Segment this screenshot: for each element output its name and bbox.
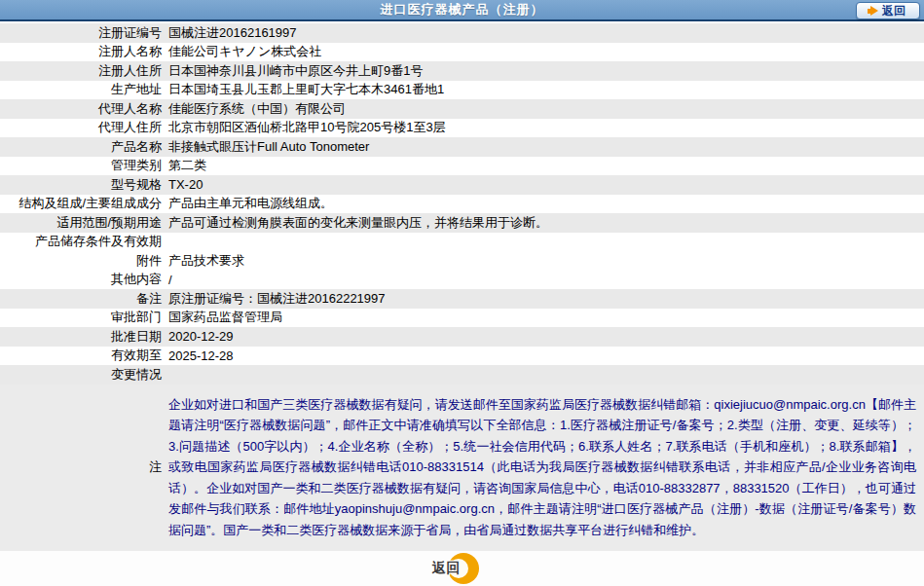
field-label: 结构及组成/主要组成成分 [0, 195, 162, 212]
field-label: 批准日期 [0, 328, 162, 346]
field-value: 2020-12-29 [162, 329, 234, 344]
table-row: 注册人名称佳能公司キヤノン株式会社 [0, 43, 924, 62]
table-row: 备注原注册证编号：国械注进20162221997 [0, 289, 924, 309]
field-value: 佳能公司キヤノン株式会社 [162, 43, 321, 60]
table-row: 生产地址日本国埼玉县儿玉郡上里町大字七本木3461番地1 [0, 81, 924, 100]
field-label: 变更情况 [0, 366, 162, 384]
table-row: 注册证编号国械注进20162161997 [0, 23, 924, 43]
field-label: 管理类别 [0, 157, 162, 174]
table-row: 结构及组成/主要组成成分产品由主单元和电源线组成。 [0, 195, 924, 214]
table-row: 附件产品技术要求 [0, 251, 924, 271]
field-label: 型号规格 [0, 176, 162, 194]
field-value: 产品由主单元和电源线组成。 [162, 195, 333, 212]
field-value: 国械注进20162161997 [162, 24, 297, 42]
field-label: 适用范围/预期用途 [0, 214, 162, 232]
field-label: 注册人名称 [0, 43, 162, 60]
table-row: 审批部门国家药品监督管理局 [0, 309, 924, 328]
page-header: 进口医疗器械产品（注册） 返回 [0, 0, 924, 21]
table-row: 管理类别第二类 [0, 157, 924, 176]
page-footer: 返回 [0, 551, 924, 586]
back-button-top[interactable]: 返回 [856, 2, 920, 19]
field-value: 产品可通过检测角膜表面的变化来测量眼内压，并将结果用于诊断。 [162, 214, 548, 232]
field-value: 国家药品监督管理局 [162, 309, 282, 326]
table-row: 产品名称非接触式眼压计Full Auto Tonometer [0, 137, 924, 157]
field-value: 佳能医疗系统（中国）有限公司 [162, 100, 346, 118]
field-value: 日本国埼玉县儿玉郡上里町大字七本木3461番地1 [162, 81, 444, 98]
note-text: 企业如对进口和国产三类医疗器械数据有疑问，请发送邮件至国家药监局医疗器械数据纠错… [162, 388, 924, 547]
field-label: 代理人名称 [0, 100, 162, 118]
table-row: 有效期至2025-12-28 [0, 347, 924, 366]
table-row: 型号规格TX-20 [0, 175, 924, 195]
field-label: 产品储存条件及有效期 [0, 233, 162, 250]
field-label: 注册证编号 [0, 24, 162, 42]
field-label: 审批部门 [0, 309, 162, 326]
table-row: 变更情况 [0, 365, 924, 385]
field-value: 2025-12-28 [162, 348, 234, 363]
field-label: 注册人住所 [0, 62, 162, 80]
field-value: 日本国神奈川县川崎市中原区今井上町9番1号 [162, 62, 423, 80]
detail-table: 注册证编号国械注进20162161997注册人名称佳能公司キヤノン株式会社注册人… [0, 23, 924, 385]
field-label: 生产地址 [0, 81, 162, 98]
field-label: 附件 [0, 252, 162, 270]
back-button-label: 返回 [432, 560, 462, 577]
field-label: 有效期至 [0, 347, 162, 364]
field-value: 原注册证编号：国械注进20162221997 [162, 290, 386, 308]
table-row: 代理人名称佳能医疗系统（中国）有限公司 [0, 99, 924, 119]
right-arrow-icon [870, 6, 878, 16]
note-row: 注 企业如对进口和国产三类医疗器械数据有疑问，请发送邮件至国家药监局医疗器械数据… [0, 385, 924, 551]
field-value: / [162, 273, 172, 287]
table-row: 其他内容/ [0, 271, 924, 290]
table-row: 产品储存条件及有效期 [0, 233, 924, 252]
note-label: 注 [0, 458, 162, 476]
field-label: 代理人住所 [0, 119, 162, 136]
field-value: 产品技术要求 [162, 252, 244, 270]
field-value: 第二类 [162, 157, 206, 174]
table-row: 批准日期2020-12-29 [0, 327, 924, 347]
table-row: 适用范围/预期用途产品可通过检测角膜表面的变化来测量眼内压，并将结果用于诊断。 [0, 213, 924, 233]
table-row: 注册人住所日本国神奈川县川崎市中原区今井上町9番1号 [0, 61, 924, 81]
back-button-label: 返回 [882, 3, 906, 19]
field-value: 非接触式眼压计Full Auto Tonometer [162, 138, 369, 156]
field-label: 产品名称 [0, 138, 162, 156]
field-value: 北京市朝阳区酒仙桥北路甲10号院205号楼1至3层 [162, 119, 446, 136]
back-button-bottom[interactable]: 返回 [432, 553, 479, 584]
page-title: 进口医疗器械产品（注册） [381, 1, 544, 18]
field-label: 备注 [0, 290, 162, 308]
table-row: 代理人住所北京市朝阳区酒仙桥北路甲10号院205号楼1至3层 [0, 119, 924, 138]
field-value: TX-20 [162, 177, 203, 192]
field-label: 其他内容 [0, 271, 162, 288]
